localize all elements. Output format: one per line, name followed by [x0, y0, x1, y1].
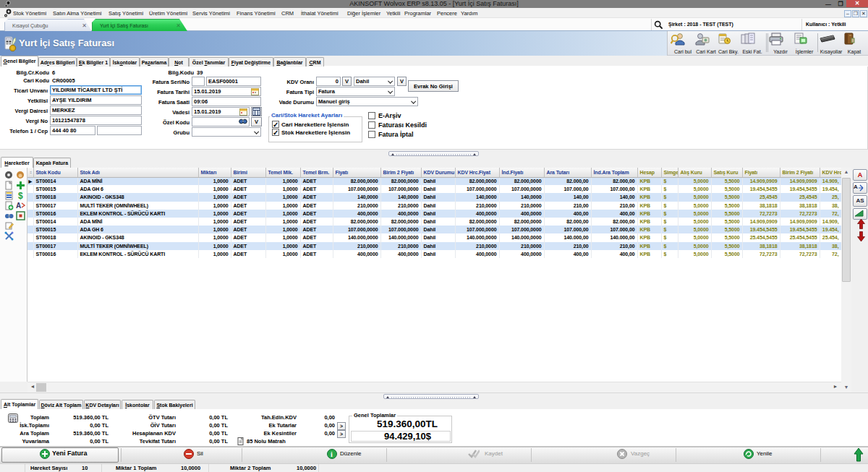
svg-text:i: i [331, 450, 333, 458]
svg-text:$: $ [18, 191, 23, 200]
svg-text:A: A [854, 184, 858, 190]
svg-text:A: A [16, 202, 21, 210]
